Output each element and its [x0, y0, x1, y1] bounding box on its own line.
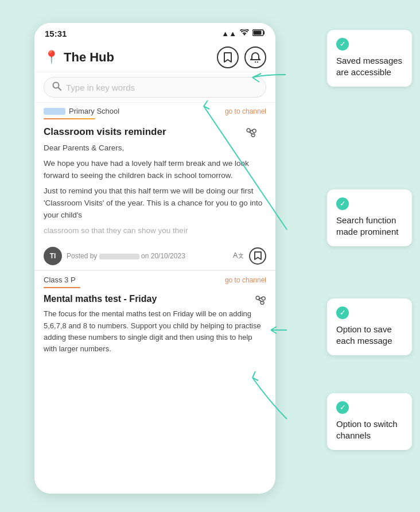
- posted-by-label: Posted by: [67, 252, 97, 260]
- message2-body: The focus for the mental maths test on F…: [44, 308, 266, 355]
- search-bar[interactable]: Type in key words: [44, 77, 266, 98]
- status-bar: 15:31 ▲▲: [34, 23, 275, 42]
- message1-footer: TI Posted by on 20/10/2023 A文: [34, 242, 275, 270]
- phone-mockup: 15:31 ▲▲ 📍 The Hub: [34, 23, 275, 494]
- annotation-1: ✓ Saved messages are accessible: [327, 30, 412, 87]
- channel2-name: Class 3 P: [44, 276, 76, 284]
- app-header-left: 📍 The Hub: [44, 50, 211, 65]
- svg-text:A: A: [233, 251, 238, 259]
- svg-text:文: 文: [238, 253, 243, 259]
- message1-body2: We hope you have had a lovely half term …: [44, 158, 266, 182]
- footer-actions-1: A文: [233, 247, 266, 265]
- channel1-goto[interactable]: go to channel: [225, 107, 266, 115]
- channel1-row: Primary School go to channel: [34, 103, 275, 117]
- message1-inner: Classroom visits reminder Dear Parents &…: [44, 126, 266, 236]
- status-time: 15:31: [45, 29, 67, 38]
- message2-inner: Mental maths test - Friday The focus for…: [44, 294, 266, 355]
- message1-title: Classroom visits reminder: [44, 126, 266, 138]
- message1-card: Classroom visits reminder Dear Parents &…: [34, 119, 275, 242]
- annotation-3: ✓ Option to save each message: [327, 298, 412, 355]
- wifi-icon: [240, 29, 249, 38]
- message1-body3: Just to remind you that this half term w…: [44, 185, 266, 222]
- posted-date-1: on 20/10/2023: [141, 252, 185, 260]
- poster-name-1: [99, 254, 139, 259]
- ann3-text: Option to save each message: [336, 324, 392, 346]
- status-icons: ▲▲: [221, 29, 265, 38]
- translate-icon-1[interactable]: A文: [233, 251, 243, 262]
- search-placeholder: Type in key words: [66, 83, 135, 92]
- message2-title: Mental maths test - Friday: [44, 294, 266, 304]
- check-icon-1: ✓: [336, 38, 349, 51]
- svg-rect-1: [254, 31, 262, 35]
- message1-body1: Dear Parents & Carers,: [44, 142, 266, 154]
- header-actions: [217, 46, 266, 68]
- message2-card: Mental maths test - Friday The focus for…: [34, 288, 275, 360]
- bookmark-button[interactable]: [217, 46, 239, 68]
- avatar-1: TI: [44, 247, 62, 265]
- footer-posted-1: Posted by on 20/10/2023: [67, 252, 233, 260]
- app-title: The Hub: [64, 50, 114, 65]
- check-icon-2: ✓: [336, 197, 349, 210]
- channel2-row: Class 3 P go to channel: [34, 270, 275, 286]
- ann2-text: Search function made prominent: [336, 215, 398, 236]
- channel1-color: [44, 108, 65, 115]
- annotation-4: ✓ Option to switch channels: [327, 393, 412, 450]
- signal-icon: ▲▲: [221, 29, 236, 38]
- bell-button[interactable]: [244, 46, 266, 68]
- channel1-name: Primary School: [69, 107, 119, 115]
- search-icon: [52, 82, 61, 93]
- channel2-goto[interactable]: go to channel: [225, 276, 266, 284]
- battery-icon: [252, 29, 265, 38]
- ann1-text: Saved messages are accessible: [336, 56, 402, 77]
- svg-line-4: [59, 88, 61, 91]
- annotation-2: ✓ Search function made prominent: [327, 189, 412, 246]
- channel1-badge: Primary School: [44, 107, 119, 115]
- app-header: 📍 The Hub: [34, 42, 275, 72]
- pin-icon: 📍: [44, 50, 59, 65]
- check-icon-3: ✓: [336, 307, 349, 319]
- share-icon-1[interactable]: [246, 126, 257, 141]
- message1-body-faded: classroom so that they can show you thei…: [44, 225, 266, 237]
- check-icon-4: ✓: [336, 401, 349, 414]
- ann4-text: Option to switch channels: [336, 419, 398, 440]
- share-icon-2[interactable]: [255, 294, 266, 308]
- bookmark-msg-1[interactable]: [249, 247, 266, 265]
